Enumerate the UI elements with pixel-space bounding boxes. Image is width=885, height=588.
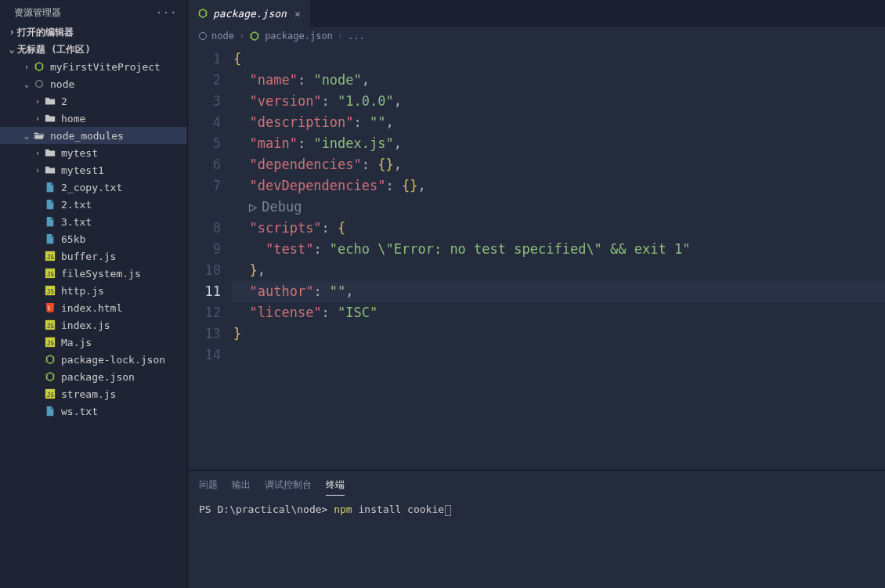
tree-item[interactable]: package.json [0,368,187,385]
code-line[interactable]: { [232,49,885,70]
line-gutter: 1234567891011121314 [188,45,232,470]
chevron-right-icon: › [239,31,244,41]
tree-item[interactable]: ws.txt [0,402,187,420]
panel-tab[interactable]: 输出 [232,475,251,496]
json-file-icon [249,31,260,41]
tree-item-label: mytest1 [61,164,104,176]
tree-item-label: 65kb [61,233,85,245]
svg-text:5: 5 [48,305,51,311]
tree-item-label: 2_copy.txt [61,182,122,193]
tree-item[interactable]: ⌄node_modules [0,127,187,144]
panel-tabs: 问题输出调试控制台终端 [188,471,885,496]
tree-item-label: ws.txt [61,406,98,417]
svg-text:JS: JS [47,288,55,295]
file-tree[interactable]: ›myFirstViteProject⌄node›2›home⌄node_mod… [0,58,187,588]
tree-item[interactable]: JSstream.js [0,385,187,402]
debug-run-icon[interactable]: ▷ [249,197,257,218]
tree-item[interactable]: ⌄node [0,75,187,92]
tab-bar: package.json × [188,0,885,27]
breadcrumb-item[interactable]: ... [348,31,365,41]
code-line[interactable]: "main": "index.js", [232,133,885,154]
code-line[interactable]: "version": "1.0.0", [232,91,885,112]
code-line[interactable]: }, [232,260,885,281]
panel-tab[interactable]: 调试控制台 [265,475,312,496]
file-icon [44,233,56,245]
chevron-right-icon: › [338,31,343,41]
tree-item[interactable]: JSfileSystem.js [0,265,187,282]
code-content[interactable]: { "name": "node", "version": "1.0.0", "d… [232,45,885,470]
svg-text:JS: JS [47,271,55,278]
tree-item[interactable]: ›home [0,110,187,127]
panel-tab[interactable]: 问题 [199,475,218,496]
chevron-icon: ⌄ [22,80,31,88]
tree-item[interactable]: JSMa.js [0,334,187,351]
editor-area: package.json × node › package.json › ...… [188,0,885,588]
chevron-icon: › [22,63,31,71]
svg-text:JS: JS [47,391,55,399]
tree-item[interactable]: package-lock.json [0,351,187,368]
tree-item[interactable]: JSindex.js [0,316,187,334]
file-icon [44,405,56,417]
html-icon: 5 [44,301,56,314]
folder-open-icon [33,129,45,142]
code-editor[interactable]: 1234567891011121314 { "name": "node", "v… [188,45,885,470]
breadcrumb[interactable]: node › package.json › ... [188,27,885,45]
explorer-title: 资源管理器 [14,6,61,20]
folder-icon [44,95,56,107]
chevron-icon: › [33,166,42,175]
tree-item[interactable]: 2_copy.txt [0,179,187,196]
code-line[interactable] [232,345,885,366]
breadcrumb-item[interactable]: node [211,31,234,41]
code-line[interactable]: "devDependencies": {}, [232,175,885,197]
json-file-icon [197,8,208,19]
debug-codelens[interactable]: Debug [262,197,302,218]
chevron-icon: › [33,114,42,123]
code-line[interactable]: } [232,323,885,345]
js-icon: JS [44,319,56,331]
workspace-section[interactable]: ⌄ 无标题 (工作区) [0,41,187,58]
chevron-icon: ⌄ [22,132,31,140]
js-icon: JS [44,267,56,280]
tree-item[interactable]: JSbuffer.js [0,247,187,265]
tree-item[interactable]: 65kb [0,230,187,247]
code-line[interactable]: "description": "", [232,112,885,133]
code-line[interactable]: "test": "echo \"Error: no test specified… [232,239,885,260]
chevron-right-icon: › [6,27,17,38]
tree-item[interactable]: ›2 [0,92,187,110]
tree-item[interactable]: ›mytest [0,144,187,161]
tree-item[interactable]: ›mytest1 [0,161,187,179]
code-line[interactable]: "license": "ISC" [232,302,885,323]
close-icon[interactable]: × [294,8,301,20]
tree-item[interactable]: ›myFirstViteProject [0,58,187,75]
code-line[interactable]: "scripts": { [232,218,885,239]
tree-item-label: http.js [61,285,104,297]
tree-item[interactable]: 2.txt [0,196,187,213]
explorer-more-icon[interactable]: ··· [156,7,178,18]
js-icon: JS [44,388,56,400]
js-icon: JS [44,250,56,262]
open-editors-section[interactable]: › 打开的编辑器 [0,23,187,41]
explorer-header: 资源管理器 ··· [0,0,187,23]
hex-icon [33,60,45,73]
tree-item-label: 2.txt [61,199,92,211]
js-icon: JS [44,336,56,348]
code-line[interactable]: ▷Debug [232,197,885,218]
tree-item[interactable]: JShttp.js [0,282,187,299]
tab-package-json[interactable]: package.json × [188,0,310,27]
terminal[interactable]: PS D:\practical\node> npm install cookie [188,496,885,588]
tree-item[interactable]: 5index.html [0,299,187,316]
folder-icon [44,112,56,124]
terminal-cursor [445,505,451,516]
breadcrumb-item[interactable]: package.json [265,31,333,41]
tree-item-label: home [61,113,85,124]
tree-item-label: index.html [61,302,122,314]
panel-tab[interactable]: 终端 [326,475,345,496]
breadcrumb-node-icon [199,32,207,40]
code-line[interactable]: "dependencies": {}, [232,154,885,175]
terminal-prompt: PS D:\practical\node> [199,503,334,515]
terminal-args: install cookie [352,503,444,515]
code-line[interactable]: "name": "node", [232,70,885,91]
tree-item[interactable]: 3.txt [0,213,187,230]
tree-item-label: package.json [61,371,135,383]
svg-text:JS: JS [47,340,55,347]
